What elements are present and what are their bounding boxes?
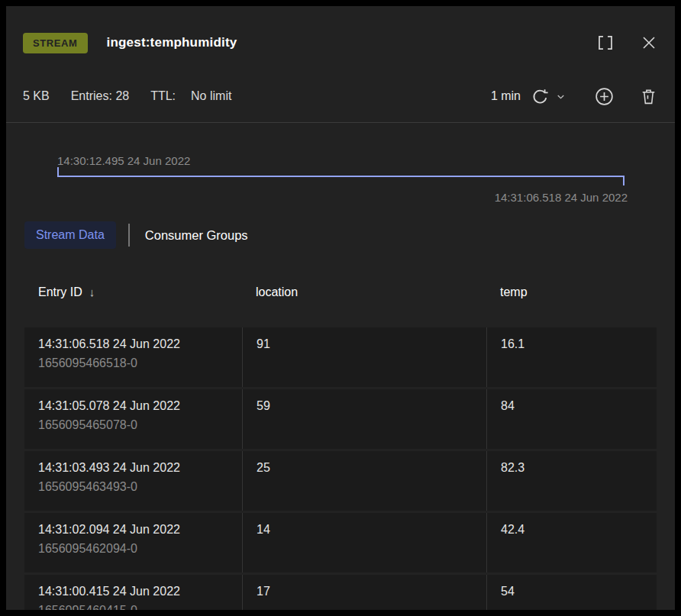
table-row[interactable]: 14:31:06.518 24 Jun 2022 1656095466518-0… xyxy=(24,327,657,387)
close-icon xyxy=(640,34,658,52)
entry-id: 1656095460415-0 xyxy=(38,604,242,610)
entry-id-cell: 14:31:02.094 24 Jun 2022 1656095462094-0 xyxy=(24,513,242,572)
temp-cell[interactable]: 54 xyxy=(486,575,657,610)
key-entries-count: Entries: 28 xyxy=(71,89,129,103)
add-entry-button[interactable] xyxy=(594,86,615,107)
close-button[interactable] xyxy=(640,34,658,52)
tab-stream-data[interactable]: Stream Data xyxy=(24,221,116,249)
stream-body: 14:30:12.495 24 Jun 2022 14:31:06.518 24… xyxy=(6,123,675,610)
entry-timestamp: 14:31:02.094 24 Jun 2022 xyxy=(38,523,242,537)
entry-id-cell: 14:31:00.415 24 Jun 2022 1656095460415-0 xyxy=(24,575,242,610)
timeline-range-slider[interactable] xyxy=(57,176,625,177)
entry-id-cell: 14:31:06.518 24 Jun 2022 1656095466518-0 xyxy=(24,327,242,387)
key-type-badge: STREAM xyxy=(23,33,88,53)
key-details-panel: STREAM ingest:temphumidity 5 KB En xyxy=(6,6,675,610)
fullscreen-button[interactable] xyxy=(595,33,615,53)
entry-timestamp: 14:31:05.078 24 Jun 2022 xyxy=(38,399,242,413)
location-cell[interactable]: 91 xyxy=(242,327,486,387)
temp-cell[interactable]: 42.4 xyxy=(486,513,657,572)
timeline-end-label: 14:31:06.518 24 Jun 2022 xyxy=(495,191,628,204)
entry-id: 1656095463493-0 xyxy=(38,480,242,494)
entry-id: 1656095462094-0 xyxy=(38,542,242,556)
key-meta-row: 5 KB Entries: 28 TTL: No limit 1 min xyxy=(23,85,658,108)
table-header-row: Entry ID↓ location temp xyxy=(24,273,657,327)
entry-timestamp: 14:31:06.518 24 Jun 2022 xyxy=(38,337,242,351)
refresh-icon xyxy=(530,86,550,107)
trash-icon xyxy=(639,87,658,106)
key-name: ingest:temphumidity xyxy=(107,35,237,50)
location-cell[interactable]: 25 xyxy=(242,451,486,511)
temp-cell[interactable]: 84 xyxy=(486,389,657,449)
temp-cell[interactable]: 16.1 xyxy=(486,327,657,387)
key-controls: 1 min xyxy=(491,86,658,107)
table-row[interactable]: 14:31:03.493 24 Jun 2022 1656095463493-0… xyxy=(24,451,657,511)
plus-circle-icon xyxy=(594,86,615,107)
chevron-down-icon xyxy=(555,91,566,102)
stream-tabs: Stream Data Consumer Groups xyxy=(24,220,248,250)
refresh-button[interactable] xyxy=(530,86,550,107)
fullscreen-icon xyxy=(595,33,615,53)
entry-timestamp: 14:31:00.415 24 Jun 2022 xyxy=(38,585,242,598)
stream-entries-table: Entry ID↓ location temp 14:31:06.518 24 … xyxy=(24,273,657,610)
refresh-settings-button[interactable] xyxy=(555,91,566,102)
location-cell[interactable]: 17 xyxy=(242,575,486,610)
title-actions xyxy=(595,33,658,53)
key-header: STREAM ingest:temphumidity xyxy=(23,31,658,55)
ttl-value[interactable]: No limit xyxy=(191,89,231,103)
delete-key-button[interactable] xyxy=(639,87,658,106)
ttl-label: TTL: xyxy=(150,89,176,103)
column-header-temp: temp xyxy=(486,273,657,327)
column-header-entry-id[interactable]: Entry ID↓ xyxy=(24,273,242,327)
entry-id-cell: 14:31:05.078 24 Jun 2022 1656095465078-0 xyxy=(24,389,242,449)
table-row[interactable]: 14:31:05.078 24 Jun 2022 1656095465078-0… xyxy=(24,389,657,449)
column-header-location: location xyxy=(242,273,486,327)
entry-timestamp: 14:31:03.493 24 Jun 2022 xyxy=(38,461,242,475)
timeline-start-label: 14:30:12.495 24 Jun 2022 xyxy=(57,154,190,167)
location-cell[interactable]: 59 xyxy=(242,389,486,449)
table-row[interactable]: 14:31:02.094 24 Jun 2022 1656095462094-0… xyxy=(24,513,657,572)
key-size: 5 KB xyxy=(23,89,50,103)
tab-divider xyxy=(128,224,130,247)
entry-id: 1656095466518-0 xyxy=(38,356,242,370)
refresh-interval-label: 1 min xyxy=(491,89,521,103)
temp-cell[interactable]: 82.3 xyxy=(486,451,657,511)
tab-consumer-groups[interactable]: Consumer Groups xyxy=(145,228,248,243)
column-header-entry-id-label: Entry ID xyxy=(38,285,82,298)
table-row[interactable]: 14:31:00.415 24 Jun 2022 1656095460415-0… xyxy=(24,575,657,610)
entry-id-cell: 14:31:03.493 24 Jun 2022 1656095463493-0 xyxy=(24,451,242,511)
entry-id: 1656095465078-0 xyxy=(38,418,242,432)
sort-desc-icon: ↓ xyxy=(89,285,95,298)
location-cell[interactable]: 14 xyxy=(242,513,486,572)
